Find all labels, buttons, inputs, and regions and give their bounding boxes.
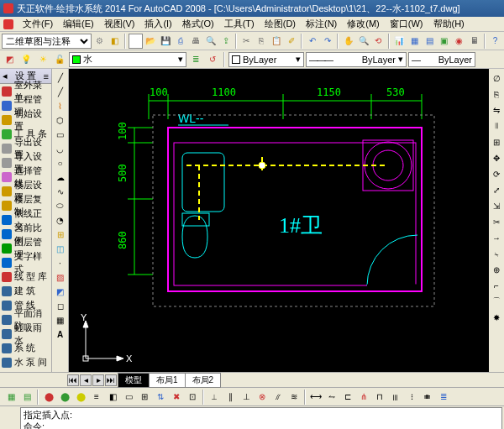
ws-settings-icon[interactable]: ⚙ [92,34,107,49]
spline-icon[interactable]: ∿ [54,185,67,198]
layer-states-icon[interactable]: ≣ [188,52,203,67]
pan-icon[interactable]: ✋ [341,34,355,49]
drawing-canvas[interactable]: 100 1100 1150 530 100 500 860 WL-- [69,69,489,372]
layer-select[interactable]: 水 ▾ [69,52,186,67]
tab-layout1[interactable]: 布局1 [149,373,186,388]
break-icon[interactable]: ⍀ [489,246,504,261]
menu-window[interactable]: 窗口(W) [386,18,428,30]
revcloud-icon[interactable]: ☁ [54,170,67,184]
layer-prev-icon[interactable]: ↺ [205,52,220,67]
bt11-icon[interactable]: ⟂ [207,390,222,405]
bt19-icon[interactable]: ⊏ [340,390,355,405]
tab-last-icon[interactable]: ⏭ [105,374,117,386]
bt20-icon[interactable]: ⋔ [356,390,371,405]
menu-format[interactable]: 格式(O) [178,18,218,30]
help-icon[interactable]: ? [488,34,502,49]
bt23-icon[interactable]: ⫶ [404,390,419,405]
workspace-select[interactable]: 二维草图与注释 [2,34,92,49]
panel-item-14[interactable]: 建 筑 [0,284,51,298]
tab-layout2[interactable]: 布局2 [185,373,222,388]
line-icon[interactable]: ╱ [54,71,67,84]
bt9-icon[interactable]: ✖ [169,390,184,405]
table-icon[interactable]: ▦ [54,313,67,327]
linetype-select[interactable]: ——— ByLayer ▾ [306,52,407,67]
rotate-icon[interactable]: ⟳ [489,166,504,181]
match-icon[interactable]: ✐ [285,34,299,49]
menu-tools[interactable]: 工具(T) [220,18,259,30]
fillet-icon[interactable]: ⌒ [489,294,504,309]
bt21-icon[interactable]: ⊓ [372,390,387,405]
bt22-icon[interactable]: ⫼ [388,390,403,405]
insert-icon[interactable]: ⊞ [54,228,67,241]
block-icon[interactable]: ◫ [54,242,67,255]
menu-draw[interactable]: 绘图(D) [260,18,300,30]
bt13-icon[interactable]: ⊥ [239,390,254,405]
tp-icon[interactable]: ▤ [423,34,437,49]
region-icon[interactable]: ◻ [54,299,67,312]
mirror-icon[interactable]: ⇋ [489,102,504,118]
tab-next-icon[interactable]: ▸ [92,374,104,386]
offset-icon[interactable]: ⫴ [489,118,504,133]
explode-icon[interactable]: ✸ [489,310,504,325]
menu-file[interactable]: 文件(F) [18,18,57,30]
menu-dim[interactable]: 标注(N) [302,18,341,30]
open-icon[interactable]: 📂 [144,34,158,49]
point-icon[interactable]: · [54,256,67,269]
cut-icon[interactable]: ✂ [239,34,254,49]
scale-icon[interactable]: ⤢ [489,182,504,197]
color-select[interactable]: ByLayer ▾ [228,52,304,67]
trim-icon[interactable]: ✂ [489,214,504,229]
bt7-icon[interactable]: ⊞ [137,390,152,405]
new-icon[interactable]: □ [129,34,143,49]
dc-icon[interactable]: ▦ [407,34,422,49]
command-window[interactable]: 指定插入点: 命令: [20,407,502,429]
ws-save-icon[interactable]: ◧ [108,34,122,49]
bt12-icon[interactable]: ∥ [223,390,238,405]
panel-item-20[interactable]: 计 算 [0,369,51,372]
tab-model[interactable]: 模型 [118,373,150,388]
gradient-icon[interactable]: ◩ [54,285,67,298]
circle-icon[interactable]: ○ [54,156,67,170]
panel-item-2[interactable]: 初始设置 [0,112,51,127]
undo-icon[interactable]: ↶ [305,34,319,49]
redo-icon[interactable]: ↷ [320,34,334,49]
menu-edit[interactable]: 编辑(E) [59,18,98,30]
copy2-icon[interactable]: ⎘ [489,86,504,102]
paste-icon[interactable]: 📋 [270,34,284,49]
preview-icon[interactable]: 🔍 [203,34,218,49]
bt17-icon[interactable]: ⟷ [308,390,323,405]
menu-help[interactable]: 帮助(H) [429,18,469,30]
saveas-icon[interactable]: ⎙ [173,34,187,49]
extend-icon[interactable]: → [489,230,504,245]
lock-icon[interactable]: 🔓 [52,52,67,67]
bt24-icon[interactable]: ⩩ [420,390,435,405]
bulb-icon[interactable]: 💡 [18,52,34,67]
pline-icon[interactable]: ⌇ [54,99,67,112]
copy-icon[interactable]: ⎘ [255,34,269,49]
bt18-icon[interactable]: ⥊ [324,390,339,405]
calc-icon[interactable]: 🖩 [467,34,481,49]
bt4-icon[interactable]: ≡ [89,390,104,405]
ellipse-icon[interactable]: ⬭ [54,199,67,212]
tab-prev-icon[interactable]: ◂ [80,374,92,386]
polygon-icon[interactable]: ⬡ [54,113,67,127]
plot-icon[interactable]: 🖶 [188,34,202,49]
chamfer-icon[interactable]: ⌐ [489,278,504,293]
bt8-icon[interactable]: ⇅ [153,390,168,405]
bt-grn-icon[interactable]: ⬤ [57,390,72,405]
arc-icon[interactable]: ◡ [54,142,67,155]
bt1-icon[interactable]: ▦ [3,390,18,405]
bt-yel-icon[interactable]: ⬤ [73,390,88,405]
ssm-icon[interactable]: ▣ [437,34,451,49]
panel-item-12[interactable]: 文字样式 [0,255,51,269]
panel-item-19[interactable]: 水 泵 间 [0,355,51,369]
bt2-icon[interactable]: ▤ [19,390,34,405]
bt16-icon[interactable]: ≋ [286,390,302,405]
panel-item-17[interactable]: 虹吸雨水 [0,327,51,341]
zoom-icon[interactable]: 🔍 [356,34,370,49]
save-icon[interactable]: 💾 [159,34,173,49]
panel-item-13[interactable]: 线 型 库 [0,269,51,284]
mtext-icon[interactable]: A [54,327,67,341]
array-icon[interactable]: ⊞ [489,134,504,149]
join-icon[interactable]: ⊕ [489,262,504,277]
